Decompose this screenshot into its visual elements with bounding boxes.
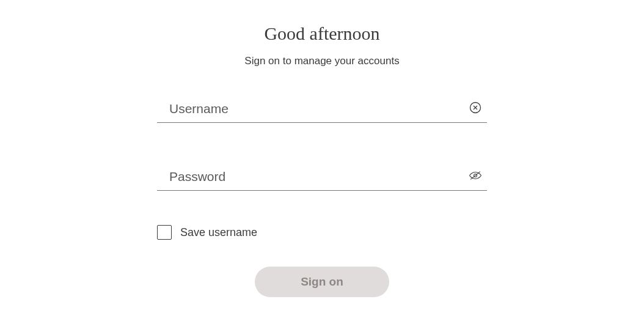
subtitle-text: Sign on to manage your accounts xyxy=(244,55,399,67)
password-field-group xyxy=(157,167,487,191)
eye-off-icon[interactable] xyxy=(469,169,482,182)
greeting-heading: Good afternoon xyxy=(264,23,379,44)
save-username-label: Save username xyxy=(180,226,257,239)
clear-icon[interactable] xyxy=(469,101,482,114)
password-input[interactable] xyxy=(157,167,469,184)
save-username-checkbox[interactable] xyxy=(157,225,172,240)
username-input[interactable] xyxy=(157,99,469,116)
save-username-row: Save username xyxy=(157,225,487,240)
login-form: Good afternoon Sign on to manage your ac… xyxy=(157,23,487,297)
username-field-group xyxy=(157,99,487,123)
sign-on-button[interactable]: Sign on xyxy=(255,267,389,297)
